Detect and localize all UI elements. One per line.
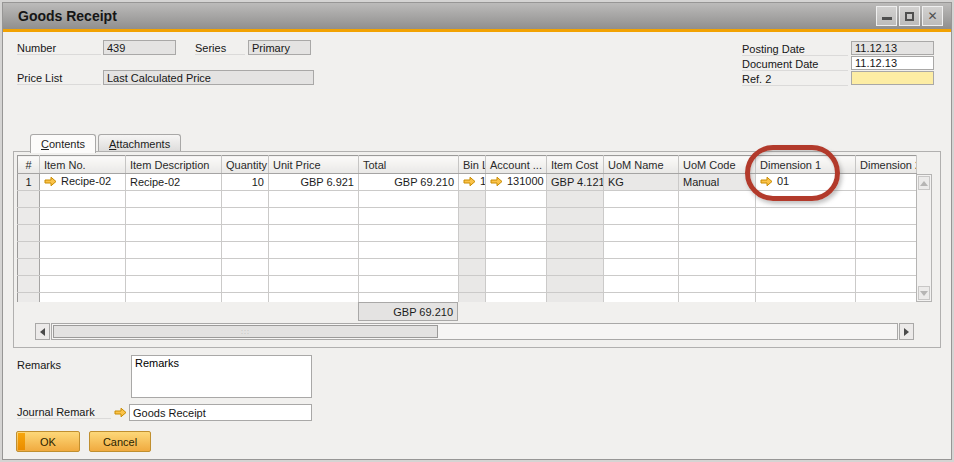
empty-cell[interactable] [359,259,459,276]
empty-cell[interactable] [359,208,459,225]
empty-cell[interactable] [604,259,679,276]
table-row-empty[interactable] [18,225,917,242]
empty-cell[interactable] [18,293,40,303]
empty-cell[interactable] [756,208,856,225]
empty-cell[interactable] [547,225,604,242]
empty-cell[interactable] [269,259,359,276]
empty-cell[interactable] [756,225,856,242]
scroll-up-button[interactable] [918,176,930,190]
table-row[interactable]: 1 Recipe-02 Recipe-02 10 GBP 6.921 GBP 6… [18,174,917,191]
empty-cell[interactable] [359,293,459,303]
empty-cell[interactable] [486,208,547,225]
empty-cell[interactable] [126,242,222,259]
empty-cell[interactable] [486,242,547,259]
empty-cell[interactable] [269,208,359,225]
empty-cell[interactable] [604,208,679,225]
table-row-empty[interactable] [18,293,917,303]
empty-cell[interactable] [679,208,756,225]
title-bar[interactable]: Goods Receipt ✕ [3,3,951,29]
empty-cell[interactable] [459,293,486,303]
empty-cell[interactable] [547,293,604,303]
empty-cell[interactable] [547,208,604,225]
empty-cell[interactable] [459,242,486,259]
maximize-button[interactable] [899,6,920,26]
empty-cell[interactable] [604,242,679,259]
empty-cell[interactable] [126,225,222,242]
empty-cell[interactable] [459,259,486,276]
table-row-empty[interactable] [18,208,917,225]
empty-cell[interactable] [18,191,40,208]
empty-cell[interactable] [679,293,756,303]
item-no-cell[interactable]: Recipe-02 [40,174,126,191]
empty-cell[interactable] [269,293,359,303]
minimize-button[interactable] [876,6,897,26]
tab-contents[interactable]: Contents [30,134,96,153]
empty-cell[interactable] [459,276,486,293]
empty-cell[interactable] [269,191,359,208]
horizontal-scrollbar[interactable]: ::: [35,323,914,340]
link-arrow-icon[interactable] [760,176,773,187]
empty-cell[interactable] [679,276,756,293]
empty-cell[interactable] [547,276,604,293]
empty-cell[interactable] [222,259,269,276]
empty-cell[interactable] [856,293,917,303]
account-cell[interactable]: 131000 [486,174,547,191]
empty-cell[interactable] [269,242,359,259]
empty-cell[interactable] [679,191,756,208]
unit-price-cell[interactable]: GBP 6.921 [269,174,359,191]
empty-cell[interactable] [856,208,917,225]
scrollbar-track[interactable]: ::: [51,323,898,340]
empty-cell[interactable] [18,276,40,293]
empty-cell[interactable] [756,259,856,276]
empty-cell[interactable] [486,191,547,208]
empty-cell[interactable] [40,259,126,276]
empty-cell[interactable] [18,259,40,276]
empty-cell[interactable] [486,225,547,242]
empty-cell[interactable] [679,242,756,259]
remarks-field[interactable]: Remarks [131,355,312,398]
link-arrow-icon[interactable] [114,407,127,418]
empty-cell[interactable] [459,208,486,225]
table-row-empty[interactable] [18,259,917,276]
empty-cell[interactable] [604,225,679,242]
empty-cell[interactable] [40,208,126,225]
ok-button[interactable]: OK [16,431,80,452]
empty-cell[interactable] [756,242,856,259]
empty-cell[interactable] [604,191,679,208]
item-cost-cell[interactable]: GBP 4.121 [547,174,604,191]
empty-cell[interactable] [547,259,604,276]
empty-cell[interactable] [18,242,40,259]
empty-cell[interactable] [486,276,547,293]
bin-location-cell[interactable]: 10 [459,174,486,191]
empty-cell[interactable] [18,225,40,242]
empty-cell[interactable] [269,225,359,242]
empty-cell[interactable] [756,293,856,303]
empty-cell[interactable] [222,276,269,293]
empty-cell[interactable] [40,276,126,293]
ref2-field[interactable] [851,71,934,85]
empty-cell[interactable] [459,191,486,208]
tab-attachments[interactable]: Attachments [98,134,181,152]
empty-cell[interactable] [856,242,917,259]
empty-cell[interactable] [547,191,604,208]
number-field[interactable] [103,40,176,55]
quantity-cell[interactable]: 10 [222,174,269,191]
link-arrow-icon[interactable] [463,176,476,187]
empty-cell[interactable] [359,191,459,208]
empty-cell[interactable] [222,225,269,242]
empty-cell[interactable] [486,259,547,276]
dimension2-cell[interactable] [856,174,917,191]
empty-cell[interactable] [222,191,269,208]
empty-cell[interactable] [40,225,126,242]
empty-cell[interactable] [222,242,269,259]
empty-cell[interactable] [679,259,756,276]
empty-cell[interactable] [126,259,222,276]
empty-cell[interactable] [756,276,856,293]
empty-cell[interactable] [222,293,269,303]
empty-cell[interactable] [547,242,604,259]
dimension1-cell[interactable]: 01 [756,174,856,191]
link-arrow-icon[interactable] [490,176,503,187]
scroll-right-button[interactable] [899,323,914,340]
empty-cell[interactable] [856,191,917,208]
empty-cell[interactable] [486,293,547,303]
